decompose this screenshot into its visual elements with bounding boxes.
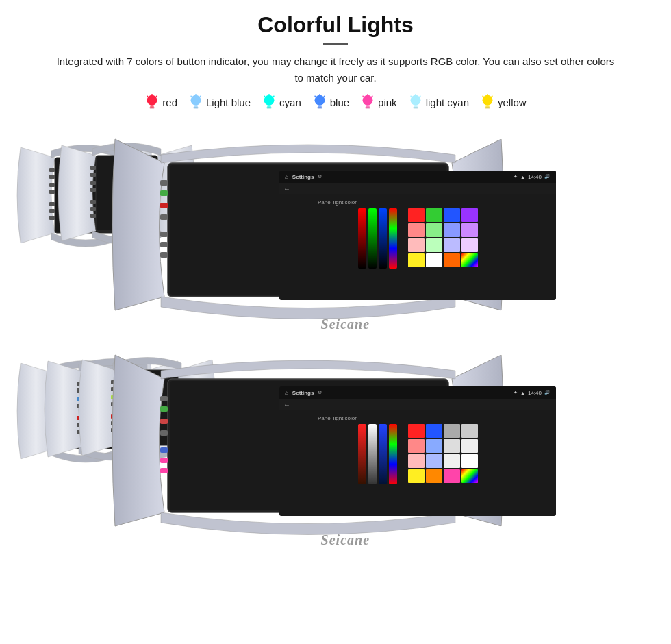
color-item-yellow: yellow bbox=[480, 93, 527, 111]
back-row: ← bbox=[279, 183, 556, 194]
bar-green bbox=[368, 208, 377, 269]
svg-rect-14 bbox=[266, 107, 271, 108]
svg-rect-57 bbox=[90, 214, 96, 218]
header-section: Colorful Lights Integrated with 7 colors… bbox=[0, 0, 671, 123]
swatch bbox=[461, 238, 478, 252]
bar-white-b bbox=[368, 424, 377, 484]
time-display-b: 14:40 bbox=[528, 390, 542, 396]
svg-line-22 bbox=[314, 96, 316, 97]
panel-content-b bbox=[358, 424, 478, 484]
swatches-grid-bottom bbox=[408, 424, 478, 483]
bt-icon: ✦ bbox=[514, 174, 518, 179]
statusbar-right: ✦ ▲ 14:40 🔊 bbox=[514, 174, 550, 180]
swatch bbox=[444, 223, 460, 237]
swatch bbox=[444, 238, 460, 252]
svg-rect-32 bbox=[413, 107, 418, 108]
swatch-b bbox=[461, 454, 478, 468]
color-row: red Light blue bbox=[21, 93, 650, 111]
svg-rect-31 bbox=[414, 106, 418, 108]
svg-rect-48 bbox=[49, 209, 55, 213]
swatch bbox=[426, 253, 442, 267]
color-label-blue: blue bbox=[330, 97, 349, 108]
svg-line-34 bbox=[410, 96, 412, 97]
panel-label-b: Panel light color bbox=[318, 415, 357, 421]
bar-rainbow bbox=[389, 208, 397, 269]
pink-bulb-icon bbox=[360, 93, 375, 111]
time-display: 14:40 bbox=[528, 174, 542, 180]
swatch-b bbox=[426, 439, 442, 453]
color-item-blue: blue bbox=[312, 93, 349, 111]
svg-rect-51 bbox=[90, 166, 96, 170]
swatch-b bbox=[444, 454, 460, 468]
swatch bbox=[426, 208, 442, 222]
svg-rect-19 bbox=[318, 106, 322, 108]
swatch-b bbox=[426, 469, 442, 483]
swatch-b bbox=[461, 424, 478, 438]
car-unit-front: ⌂ Settings ⚙ ✦ ▲ 14:40 🔊 ← bbox=[110, 129, 507, 323]
svg-line-10 bbox=[191, 96, 192, 97]
bar-red-b bbox=[358, 424, 366, 484]
bar-blue-b bbox=[379, 424, 387, 484]
title-divider bbox=[323, 43, 348, 45]
seicane-watermark-top: Seicane bbox=[321, 317, 370, 332]
svg-rect-54 bbox=[90, 188, 96, 192]
svg-rect-25 bbox=[366, 106, 370, 108]
svg-rect-65 bbox=[160, 252, 168, 258]
swatch-b bbox=[461, 439, 478, 453]
swatch-b bbox=[444, 424, 460, 438]
svg-rect-98 bbox=[160, 468, 168, 473]
swatch-b bbox=[426, 454, 442, 468]
back-arrow-b: ← bbox=[283, 401, 290, 408]
lightblue-bulb-icon bbox=[188, 93, 203, 111]
svg-rect-20 bbox=[317, 107, 322, 108]
color-item-lightcyan: light cyan bbox=[408, 93, 469, 111]
home-icon-b: ⌂ bbox=[285, 390, 288, 396]
bottom-unit-group: ⌂ Settings ⚙ ✦ ▲ 14:40 🔊 ← bbox=[0, 339, 671, 552]
svg-rect-43 bbox=[49, 168, 55, 172]
svg-rect-47 bbox=[49, 202, 55, 206]
swatch bbox=[426, 238, 442, 252]
bar-blue bbox=[379, 208, 387, 269]
seicane-watermark-bottom: Seicane bbox=[321, 532, 370, 548]
svg-rect-96 bbox=[160, 447, 168, 453]
svg-rect-38 bbox=[485, 107, 490, 108]
svg-line-35 bbox=[419, 96, 420, 97]
screen-overlay-top: ⌂ Settings ⚙ ✦ ▲ 14:40 🔊 ← bbox=[279, 171, 556, 300]
statusbar-bottom-right: ✦ ▲ 14:40 🔊 bbox=[514, 390, 550, 396]
color-bars-b bbox=[358, 424, 397, 484]
svg-rect-63 bbox=[160, 232, 168, 237]
bar-red bbox=[358, 208, 366, 269]
svg-rect-64 bbox=[160, 242, 168, 247]
svg-line-28 bbox=[363, 96, 364, 97]
lightcyan-bulb-icon bbox=[408, 93, 423, 111]
swatch-b bbox=[408, 454, 425, 468]
settings-icon-b: ⚙ bbox=[318, 390, 322, 395]
swatch-b bbox=[408, 439, 425, 453]
svg-rect-49 bbox=[49, 216, 55, 220]
swatch bbox=[444, 253, 460, 267]
svg-rect-97 bbox=[160, 458, 168, 463]
color-label-lightcyan: light cyan bbox=[426, 97, 469, 108]
svg-rect-1 bbox=[151, 106, 155, 108]
swatch bbox=[408, 238, 425, 252]
bt-icon-b: ✦ bbox=[514, 390, 518, 395]
settings-icon: ⚙ bbox=[318, 174, 322, 179]
svg-rect-37 bbox=[485, 106, 490, 108]
color-item-cyan: cyan bbox=[262, 93, 301, 111]
svg-rect-95 bbox=[160, 430, 168, 436]
color-label-cyan: cyan bbox=[279, 97, 301, 108]
svg-rect-56 bbox=[90, 207, 96, 211]
svg-rect-92 bbox=[160, 396, 168, 401]
color-label-red: red bbox=[162, 97, 177, 108]
color-item-red: red bbox=[144, 93, 177, 111]
swatch bbox=[408, 208, 425, 222]
page-title: Colorful Lights bbox=[21, 12, 650, 38]
page: Colorful Lights Integrated with 7 colors… bbox=[0, 0, 671, 644]
color-label-lightblue: Light blue bbox=[206, 97, 251, 108]
svg-rect-55 bbox=[90, 200, 96, 204]
statusbar-bottom-left: ⌂ Settings ⚙ bbox=[285, 390, 322, 396]
screen-content: Panel light color bbox=[279, 194, 556, 274]
cyan-bulb-icon bbox=[262, 93, 277, 111]
color-bars bbox=[358, 208, 397, 269]
svg-rect-61 bbox=[160, 203, 168, 208]
